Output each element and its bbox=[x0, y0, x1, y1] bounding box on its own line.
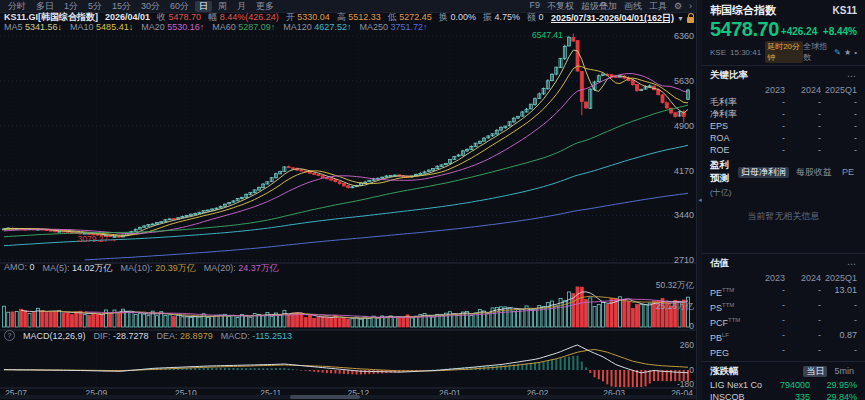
svg-text:5630: 5630 bbox=[674, 76, 694, 86]
valuation-row: PSTTM --- bbox=[702, 299, 865, 314]
quote-summary-row: KS11.GI[韩国综合指数] 2026/04/01 收 5478.70幅 8.… bbox=[0, 12, 700, 22]
rank-period-button[interactable]: 当日 bbox=[803, 366, 827, 377]
period-tab[interactable]: 15分 bbox=[108, 1, 135, 12]
toolbar-action[interactable]: 画线 bbox=[624, 0, 642, 13]
svg-text:3440: 3440 bbox=[674, 210, 694, 220]
delay-badge: 延时20分钟 bbox=[765, 41, 803, 63]
help-icon[interactable]: ? bbox=[4, 330, 15, 341]
toolbar-action[interactable]: 不复权 bbox=[547, 0, 574, 13]
chevron-right-icon[interactable]: › bbox=[689, 1, 692, 11]
ratios-column-headers: 2023 2024 2025Q1 bbox=[702, 84, 865, 96]
valuation-row: PETTM --13.01 bbox=[702, 284, 865, 299]
pencil-icon[interactable]: ✎ bbox=[834, 48, 841, 57]
star-icon[interactable]: ★ bbox=[844, 48, 851, 57]
gear-icon[interactable]: ⚙ bbox=[674, 1, 682, 11]
ratio-row: 净利率 --- bbox=[702, 108, 865, 120]
volume-legend: AMO: 0 MA(5): 14.02万亿MA(10): 20.39万亿MA(2… bbox=[4, 262, 279, 275]
more-icon[interactable]: ⋯ bbox=[847, 71, 857, 81]
volume-ma-item: MA(20): 24.37万亿 bbox=[204, 262, 279, 275]
toolbar-right: F9不复权超级叠加画线工具 ⚙ › bbox=[529, 0, 696, 13]
ratio-row: 毛利率 --- bbox=[702, 96, 865, 108]
valuation-row: PEG --- bbox=[702, 344, 865, 359]
price-change: +426.24 +8.44% bbox=[781, 26, 857, 39]
index-name: 韩国综合指数 bbox=[710, 3, 776, 18]
exchange-time: KSE15:30:41 延时20分钟 bbox=[710, 41, 803, 63]
global-index-link[interactable]: 全球指数 ✎ ★ • bbox=[803, 41, 857, 63]
macd-title: MACD(12,26,9) bbox=[23, 331, 86, 341]
index-code: KS11 bbox=[833, 5, 857, 16]
caret-down-icon: ▼ bbox=[677, 15, 684, 22]
ratio-row: ROE --- bbox=[702, 144, 865, 156]
ratio-row: ROA --- bbox=[702, 132, 865, 144]
macd-legend-item: MACD: -115.2513 bbox=[221, 331, 292, 341]
svg-text:50.32万亿: 50.32万亿 bbox=[656, 280, 695, 290]
section-forecast: 盈利预测 归母净利润每股收益PE bbox=[702, 156, 865, 186]
amount-label: AMO: 0 bbox=[4, 262, 35, 275]
svg-text:0: 0 bbox=[689, 321, 694, 331]
toolbar-action[interactable]: 超级叠加 bbox=[581, 0, 617, 13]
gainer-row[interactable]: LIG Nex1 Co Ltd 794000 29.95% bbox=[702, 380, 865, 392]
horizontal-scrollbar[interactable] bbox=[0, 395, 696, 399]
volume-ma-item: MA(5): 14.02万亿 bbox=[43, 262, 113, 275]
section-rank: 涨跌幅 当日5min bbox=[702, 361, 865, 380]
chart-area: 分时多日1分5分15分30分60分日周月更多 F9不复权超级叠加画线工具 ⚙ ›… bbox=[0, 0, 696, 400]
svg-text:6360: 6360 bbox=[674, 31, 694, 41]
macd-legend-item: DIF: -28.7278 bbox=[94, 331, 149, 341]
svg-text:6547.41→: 6547.41→ bbox=[532, 30, 571, 40]
section-valuation: 估值 ⋯ bbox=[702, 253, 865, 272]
ratio-row: EPS --- bbox=[702, 120, 865, 132]
svg-text:2710: 2710 bbox=[674, 255, 694, 265]
gainer-row[interactable]: INSCOB 335 29.84% bbox=[702, 392, 865, 400]
volume-ma-item: MA(10): 20.39万亿 bbox=[121, 262, 196, 275]
svg-text:0: 0 bbox=[689, 365, 694, 375]
last-price: 5478.70 bbox=[710, 19, 779, 39]
svg-text:4170: 4170 bbox=[674, 166, 694, 176]
kline-chart[interactable]: 63605630490041703440271050.32万亿25.16万亿02… bbox=[0, 30, 696, 398]
empty-state-text: 当前暂无相关信息 bbox=[702, 210, 865, 223]
valuation-row: PCFTTM --- bbox=[702, 314, 865, 329]
svg-text:3079.27→: 3079.27→ bbox=[77, 234, 116, 244]
valuation-row: PBLF --0.87 bbox=[702, 329, 865, 344]
scrollbar-thumb[interactable] bbox=[290, 395, 360, 399]
forecast-metric-button[interactable]: PE bbox=[839, 167, 857, 178]
macd-legend-item: DEA: 28.8979 bbox=[157, 331, 213, 341]
more-icon[interactable]: ⋯ bbox=[847, 259, 857, 269]
quote-header: 韩国综合指数 KS11 5478.70 +426.24 +8.44% KSE15… bbox=[702, 0, 865, 66]
forecast-metric-button[interactable]: 每股收益 bbox=[793, 167, 835, 178]
svg-text:260: 260 bbox=[680, 340, 694, 350]
toolbar-action[interactable]: 工具 bbox=[649, 0, 667, 13]
dot-icon[interactable]: • bbox=[854, 48, 857, 57]
trading-terminal-window: 分时多日1分5分15分30分60分日周月更多 F9不复权超级叠加画线工具 ⚙ ›… bbox=[0, 0, 865, 400]
forecast-metric-button[interactable]: 归母净利润 bbox=[738, 167, 789, 178]
svg-text:4900: 4900 bbox=[674, 121, 694, 131]
section-key-ratios: 关键比率 ⋯ bbox=[702, 66, 865, 84]
valuation-column-headers: 2023 2024 2025Q1 bbox=[702, 272, 865, 284]
macd-legend: ? MACD(12,26,9) DIF: -28.7278DEA: 28.897… bbox=[4, 330, 292, 341]
quote-side-panel: 韩国综合指数 KS11 5478.70 +426.24 +8.44% KSE15… bbox=[702, 0, 865, 400]
rank-period-button[interactable]: 5min bbox=[831, 366, 857, 377]
svg-text:25.16万亿: 25.16万亿 bbox=[656, 301, 695, 311]
quote-date: 2026/04/01 bbox=[105, 12, 150, 22]
unit-label: (十亿) bbox=[702, 186, 865, 199]
